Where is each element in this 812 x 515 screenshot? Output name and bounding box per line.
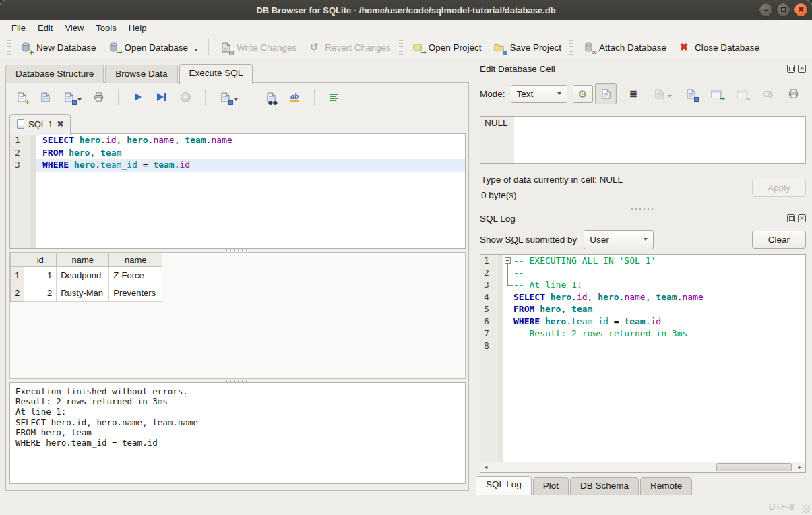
- text-mode-button[interactable]: [595, 83, 617, 104]
- editor-line[interactable]: 3WHERE hero.team_id = team.id: [10, 159, 465, 172]
- close-button[interactable]: ✖: [794, 3, 808, 17]
- fold-marker: [503, 340, 513, 352]
- tab-browse-data[interactable]: Browse Data: [105, 65, 177, 83]
- table-cell[interactable]: Preventers: [109, 284, 162, 302]
- table-cell[interactable]: Z-Force: [109, 267, 162, 284]
- toolbar-button-save-project[interactable]: Save Project: [487, 38, 567, 57]
- print-button[interactable]: [90, 88, 107, 106]
- toolbar-grip[interactable]: [7, 40, 11, 55]
- fold-marker[interactable]: [503, 255, 513, 267]
- menu-item-help[interactable]: Help: [123, 22, 153, 34]
- table-cell[interactable]: Deadpond: [57, 267, 109, 284]
- toolbar-button-new-database[interactable]: +New Database: [13, 38, 102, 57]
- open-external-button[interactable]: →: [708, 85, 725, 102]
- editor-line[interactable]: 2FROM hero, team: [10, 147, 465, 160]
- execute-line-button[interactable]: [153, 88, 170, 106]
- sql-doc-tab[interactable]: SQL 1 ✖: [9, 114, 71, 135]
- menu-item-tools[interactable]: Tools: [90, 22, 122, 34]
- log-horizontal-scrollbar[interactable]: ◀ ▶: [480, 462, 805, 472]
- row-header[interactable]: 1: [11, 267, 24, 284]
- print-cell-button[interactable]: [784, 85, 802, 102]
- toolbar-button-close-database[interactable]: ✖Close Database: [672, 38, 765, 57]
- execute-all-button[interactable]: [129, 88, 147, 106]
- scrollbar-thumb[interactable]: [716, 463, 792, 471]
- toolbar-button-open-database[interactable]: →Open Database: [102, 38, 204, 57]
- menu-item-view[interactable]: View: [59, 22, 90, 34]
- sql-log-view[interactable]: 1-- EXECUTING ALL IN 'SQL 1'2--3-- At li…: [480, 254, 806, 473]
- float-panel-icon[interactable]: [787, 214, 795, 222]
- toolbar-button-revert-changes[interactable]: ↺Revert Changes: [302, 38, 396, 57]
- app-window: DB Browser for SQLite - /home/user/code/…: [0, 0, 812, 515]
- menubar: FileEditViewToolsHelp: [0, 20, 812, 36]
- maximize-button[interactable]: [776, 3, 790, 17]
- clear-log-button[interactable]: Clear: [752, 231, 806, 249]
- encoding-indicator[interactable]: UTF-8: [769, 502, 794, 512]
- attach-database-icon: ∞: [582, 40, 595, 54]
- toolbar-grip[interactable]: [569, 40, 573, 55]
- copy-link-button[interactable]: ∞: [733, 85, 751, 102]
- resize-grip[interactable]: [802, 505, 810, 513]
- log-line: 6WHERE hero.team_id = team.id: [480, 315, 805, 328]
- scroll-left-icon[interactable]: ◀: [480, 462, 491, 472]
- import-file-button[interactable]: [650, 85, 674, 102]
- table-cell[interactable]: 2: [24, 284, 57, 302]
- toolbar-button-write-changes[interactable]: Write Changes: [214, 38, 302, 57]
- toolbar-grip[interactable]: [399, 40, 403, 55]
- tab-execute-sql[interactable]: Execute SQL: [179, 64, 253, 84]
- splitter-handle[interactable]: [226, 249, 249, 251]
- close-panel-icon[interactable]: ✕: [798, 65, 806, 73]
- save-file-button[interactable]: [60, 88, 84, 106]
- tab-new-icon: +: [15, 90, 28, 104]
- sql-editor[interactable]: 1SELECT hero.id, hero.name, team.name2FR…: [9, 133, 466, 249]
- autocomplete-button[interactable]: ab: [286, 88, 303, 106]
- set-null-button[interactable]: [759, 85, 776, 102]
- auto-switch-mode-button[interactable]: ⚙: [573, 85, 593, 103]
- titlebar: DB Browser for SQLite - /home/user/code/…: [0, 0, 812, 20]
- document-icon: [17, 119, 24, 129]
- corner-header[interactable]: [11, 253, 24, 267]
- chevron-down-icon[interactable]: [194, 49, 198, 51]
- sql-doc-tab-label: SQL 1: [28, 119, 53, 129]
- tab-new-button[interactable]: +: [13, 88, 30, 106]
- find-replace-button[interactable]: ●●: [262, 88, 280, 106]
- table-cell[interactable]: Rusty-Man: [57, 284, 109, 302]
- export-file-button[interactable]: [682, 85, 699, 102]
- toolbar-button-open-project[interactable]: →Open Project: [406, 38, 487, 57]
- word-wrap-button[interactable]: ≣: [625, 85, 642, 102]
- tab-close-icon[interactable]: ✖: [57, 119, 63, 129]
- close-panel-icon[interactable]: ✕: [798, 214, 806, 222]
- submitter-select[interactable]: User: [584, 230, 654, 249]
- float-panel-icon[interactable]: [787, 65, 795, 73]
- column-header-name[interactable]: name: [57, 253, 109, 267]
- toolbar-button-attach-database[interactable]: ∞Attach Database: [576, 38, 672, 57]
- chevron-down-icon[interactable]: [77, 98, 82, 101]
- log-line: 2--: [480, 267, 805, 279]
- minimize-button[interactable]: −: [759, 3, 773, 17]
- table-cell[interactable]: 1: [24, 267, 57, 284]
- column-header-name[interactable]: name: [109, 253, 162, 267]
- stop-button[interactable]: ✖: [177, 88, 194, 106]
- open-file-button[interactable]: [36, 88, 54, 106]
- scroll-right-icon[interactable]: ▶: [794, 462, 805, 472]
- format-sql-button[interactable]: [325, 88, 343, 106]
- menu-item-edit[interactable]: Edit: [32, 22, 59, 34]
- splitter-handle[interactable]: [631, 208, 654, 210]
- dock-tab-remote[interactable]: Remote: [640, 477, 692, 495]
- column-header-id[interactable]: id: [24, 253, 57, 267]
- tab-database-structure[interactable]: Database Structure: [5, 65, 104, 83]
- chevron-down-icon[interactable]: [234, 98, 238, 101]
- dock-tab-plot[interactable]: Plot: [533, 477, 569, 495]
- scrollbar-track[interactable]: [491, 462, 794, 472]
- row-header[interactable]: 2: [11, 284, 24, 302]
- chevron-down-icon[interactable]: [668, 95, 672, 98]
- dock-tab-db-schema[interactable]: DB Schema: [570, 477, 639, 495]
- menu-item-file[interactable]: File: [5, 22, 32, 34]
- main-toolbar: +New Database→Open DatabaseWrite Changes…: [0, 36, 812, 59]
- cell-editor[interactable]: NULL: [480, 116, 806, 164]
- save-project-icon: [493, 40, 506, 54]
- apply-button[interactable]: Apply: [752, 179, 806, 197]
- mode-select[interactable]: Text: [511, 85, 567, 103]
- save-results-button[interactable]: [216, 88, 240, 106]
- editor-line[interactable]: 1SELECT hero.id, hero.name, team.name: [10, 134, 465, 147]
- dock-tab-sql-log[interactable]: SQL Log: [476, 476, 532, 495]
